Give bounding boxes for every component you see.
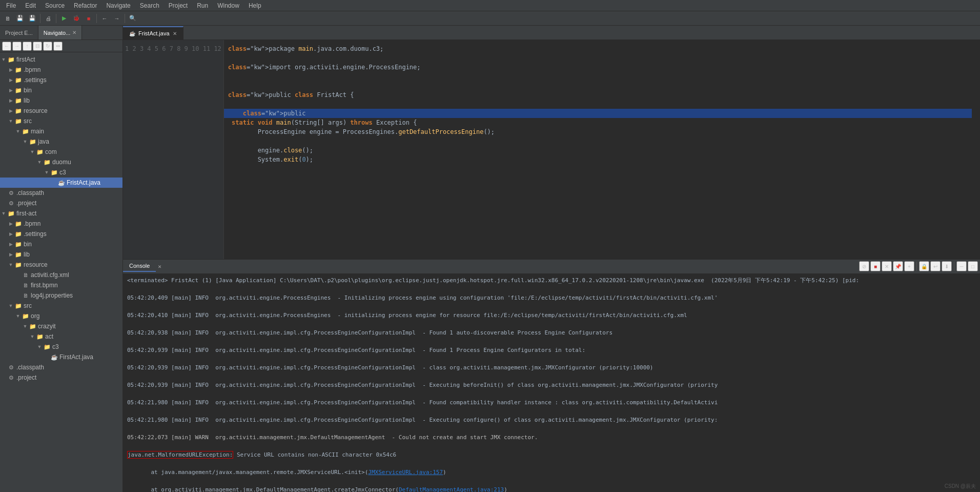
tree-item[interactable]: ☕ FirstAct.java (0, 352, 122, 362)
menubar: File Edit Source Refactor Navigate Searc… (0, 0, 980, 11)
toolbar-sep-4 (125, 14, 125, 23)
tree-item[interactable]: ⚙ .project (0, 198, 122, 208)
tree-forward[interactable]: → (12, 42, 22, 51)
con-word-wrap[interactable]: ↩ (930, 261, 941, 271)
tab-navigator[interactable]: Navigato... ✕ (38, 26, 83, 40)
tree-item[interactable]: ▼ 📁 com (0, 147, 122, 157)
tree-icon: 🗎 (22, 272, 30, 278)
toolbar-new[interactable]: 🗎 (2, 13, 13, 24)
stack-link[interactable]: JMXServiceURL.java:157 (368, 469, 443, 476)
tree-item[interactable]: ▶ 📁 .bpmn (0, 65, 122, 75)
tree-refresh[interactable]: ↻ (43, 42, 52, 51)
toolbar-back[interactable]: ← (99, 13, 110, 24)
console-terminated: <terminated> FristAct (1) [Java Applicat… (127, 276, 976, 285)
menu-navigate[interactable]: Navigate (102, 1, 134, 10)
con-clear[interactable]: ⊘ (859, 261, 869, 271)
tree-item[interactable]: ▼ 📁 c3 (0, 342, 122, 352)
menu-source[interactable]: Source (41, 1, 69, 10)
menu-edit[interactable]: Edit (21, 1, 40, 10)
tree-item[interactable]: ▼ 📁 resource (0, 260, 122, 270)
tree-item[interactable]: 🗎 activiti.cfg.xml (0, 270, 122, 280)
editor-tab-label: FristAct.java (138, 30, 170, 36)
tree-item[interactable]: ▶ 📁 resource (0, 106, 122, 116)
toolbar-print[interactable]: 🖨 (43, 13, 54, 24)
con-scroll-end[interactable]: ⬇ (942, 261, 952, 271)
console-tab-close[interactable]: ✕ (156, 263, 164, 270)
tree-back[interactable]: ← (2, 42, 11, 51)
code-editor[interactable]: 1 2 3 4 5 6 7 8 9 10 11 12 class="kw">pa… (123, 40, 980, 259)
con-terminate[interactable]: ■ (870, 261, 881, 271)
watermark: CSDN @辰夫 (945, 483, 976, 490)
tree-item[interactable]: ▼ 📁 src (0, 116, 122, 126)
menu-run[interactable]: Run (193, 1, 212, 10)
tab-navigator-close[interactable]: ✕ (72, 30, 76, 35)
exception-class: java.net.MalformedURLException: (127, 451, 233, 459)
tree-item[interactable]: ▼ 📁 java (0, 136, 122, 147)
tree-label: .project (16, 374, 36, 381)
tree-collapse[interactable]: ⊟ (33, 42, 42, 51)
tree-label: .bpmn (24, 66, 40, 73)
tree-arrow: ▼ (14, 129, 22, 134)
tree-item[interactable]: ▼ 📁 act (0, 331, 122, 342)
tab-project-explorer-label: Project E... (5, 30, 33, 36)
tree-item[interactable]: ▶ 📁 bin (0, 85, 122, 95)
con-maximize[interactable]: □ (968, 261, 978, 271)
con-remove[interactable]: ✕ (882, 261, 892, 271)
tree-arrow: ▼ (7, 119, 14, 124)
tree-item[interactable]: ⚙ .project (0, 372, 122, 383)
console-tab-console[interactable]: Console (123, 261, 156, 272)
menu-window[interactable]: Window (213, 1, 243, 10)
code-content[interactable]: class="kw">package main.java.com.duomu.c… (224, 40, 980, 259)
console-stack-line: at java.management/javax.management.remo… (127, 468, 976, 477)
tree-item[interactable]: 🗎 log4j.properties (0, 290, 122, 301)
tree-up[interactable]: ↑ (23, 42, 32, 51)
tree-item[interactable]: ▼ 📁 firstAct (0, 54, 122, 65)
console-info-line: 05:42:20,939 [main] INFO org.activiti.en… (127, 381, 976, 389)
toolbar-debug[interactable]: 🐞 (71, 13, 82, 24)
console-info-line: 05:42:20,939 [main] INFO org.activiti.en… (127, 346, 976, 355)
tree-arrow: ▼ (14, 313, 22, 319)
editor-tab-close[interactable]: ✕ (173, 31, 177, 36)
console-output[interactable]: <terminated> FristAct (1) [Java Applicat… (123, 274, 980, 493)
tree-item[interactable]: ▶ 📁 lib (0, 249, 122, 260)
tree-item[interactable]: 🗎 first.bpmn (0, 280, 122, 290)
con-new[interactable]: + (904, 261, 914, 271)
con-pin[interactable]: 📌 (893, 261, 903, 271)
tree-item[interactable]: ▼ 📁 src (0, 301, 122, 311)
tree-item[interactable]: ▼ 📁 org (0, 311, 122, 321)
tree-item[interactable]: ▼ 📁 duomu (0, 157, 122, 167)
tree-item[interactable]: ☕ FristAct.java (0, 178, 122, 188)
tab-project-explorer[interactable]: Project E... (0, 26, 38, 40)
tree-item[interactable]: ▼ 📁 first-act (0, 208, 122, 219)
tree-item[interactable]: ⚙ .classpath (0, 362, 122, 372)
tree-item[interactable]: ▼ 📁 crazyit (0, 321, 122, 331)
tree-item[interactable]: ▼ 📁 main (0, 126, 122, 136)
menu-refactor[interactable]: Refactor (70, 1, 101, 10)
tree-item[interactable]: ▶ 📁 .settings (0, 229, 122, 239)
menu-project[interactable]: Project (165, 1, 192, 10)
tree-item[interactable]: ⚙ .classpath (0, 188, 122, 198)
editor-tab-fristact[interactable]: ☕ FristAct.java ✕ (123, 26, 183, 40)
toolbar-forward[interactable]: → (111, 13, 122, 24)
tree-item[interactable]: ▶ 📁 bin (0, 239, 122, 249)
tree-item[interactable]: ▶ 📁 .bpmn (0, 219, 122, 229)
tree-icon: 📁 (14, 118, 23, 125)
tree-arrow: ▶ (7, 77, 14, 83)
menu-search[interactable]: Search (136, 1, 164, 10)
menu-file[interactable]: File (2, 1, 20, 10)
toolbar-save-all[interactable]: 💾 (27, 13, 38, 24)
tree-item[interactable]: ▶ 📁 lib (0, 95, 122, 106)
con-scroll-lock[interactable]: 🔒 (919, 261, 929, 271)
tree-item[interactable]: ▼ 📁 c3 (0, 167, 122, 178)
tree-icon: ⚙ (7, 200, 15, 207)
tree-item[interactable]: ▶ 📁 .settings (0, 75, 122, 85)
tree-label: first.bpmn (31, 282, 58, 289)
toolbar-run[interactable]: ▶ (58, 13, 70, 24)
toolbar-save[interactable]: 💾 (14, 13, 26, 24)
menu-help[interactable]: Help (244, 1, 266, 10)
stack-link[interactable]: DefaultManagementAgent.java:213 (399, 486, 504, 493)
toolbar-search[interactable]: 🔍 (127, 13, 138, 24)
con-minimize[interactable]: ─ (956, 261, 967, 271)
toolbar-stop[interactable]: ■ (83, 13, 94, 24)
tree-link[interactable]: ⇔ (53, 42, 63, 51)
